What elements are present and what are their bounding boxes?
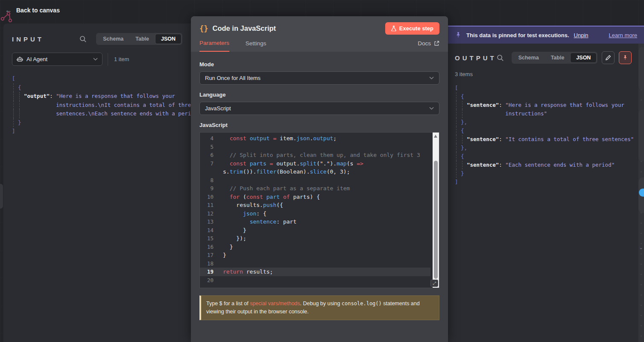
node-title: Code in JavaScript	[212, 24, 381, 32]
code-line[interactable]: 12 json: {	[200, 209, 430, 218]
token: push	[263, 202, 276, 208]
output-toggle-schema[interactable]: Schema	[512, 53, 545, 63]
token: "sentence"	[467, 135, 499, 144]
scroll-up-arrow-icon[interactable]	[434, 135, 437, 138]
output-toggle-json[interactable]: JSON	[570, 53, 597, 63]
input-toggle-schema[interactable]: Schema	[97, 34, 129, 44]
input-toggle-json[interactable]: JSON	[155, 34, 181, 44]
line-number: 12	[200, 209, 214, 218]
pushpin-icon	[455, 32, 462, 38]
indent-guide	[455, 135, 461, 144]
editor-scrollbar[interactable]	[433, 133, 439, 288]
token: }	[18, 118, 21, 127]
input-search-icon[interactable]	[79, 35, 87, 43]
code-line[interactable]: 15 });	[200, 234, 430, 243]
expand-editor-button[interactable]: ⤢	[430, 280, 438, 287]
code-text	[214, 143, 430, 151]
indent-guide	[455, 109, 461, 118]
code-line[interactable]: 8	[200, 176, 430, 185]
pinned-data-banner: This data is pinned for test executions.…	[448, 26, 644, 44]
code-node-icon: {}	[199, 24, 208, 33]
token	[467, 109, 505, 118]
token: s.	[223, 168, 230, 175]
code-editor[interactable]: 4 const output = item.json.output;56 // …	[199, 132, 439, 288]
code-line[interactable]: 17}	[200, 251, 430, 259]
code-text: return results;	[214, 268, 430, 276]
code-line[interactable]: 19return results;	[200, 268, 430, 276]
language-select-value: JavaScript	[205, 105, 429, 112]
code-text: sentence: part	[214, 218, 430, 226]
chevron-down-icon	[429, 77, 434, 80]
output-json-view[interactable]: [{"sentence": "Here is a response that f…	[455, 84, 632, 186]
line-number: 6	[200, 151, 214, 159]
output-search-icon[interactable]	[497, 54, 504, 62]
chevron-down-icon: ⌄	[639, 245, 643, 251]
token: },	[461, 118, 467, 127]
code-line[interactable]: 4 const output = item.json.output;	[200, 134, 430, 143]
code-line[interactable]: 16 }	[200, 243, 430, 251]
code-line[interactable]: 14 }	[200, 226, 430, 235]
token: "It contains a total of three sentences"	[505, 135, 634, 144]
code-lines: 4 const output = item.json.output;56 // …	[200, 133, 439, 284]
line-number: 17	[200, 251, 214, 259]
json-line: },	[455, 118, 632, 127]
token	[246, 135, 250, 142]
learn-more-link[interactable]: Learn more	[609, 32, 637, 38]
code-line[interactable]: 5	[200, 143, 430, 151]
tab-parameters[interactable]: Parameters	[199, 40, 229, 52]
scrollbar-thumb[interactable]	[434, 161, 438, 279]
code-line[interactable]: s.trim()).filter(Boolean).slice(0, 3);	[200, 168, 430, 176]
line-number: 10	[200, 193, 214, 201]
token: });	[223, 235, 246, 242]
left-panel-handle[interactable]	[0, 184, 3, 209]
token: const	[230, 160, 246, 167]
edit-output-button[interactable]	[602, 51, 615, 64]
special-vars-link[interactable]: special vars/methods	[250, 301, 300, 307]
node-detail-panel: {} Code in JavaScript Execute step Param…	[191, 16, 448, 342]
json-line: ]	[12, 127, 182, 136]
code-line[interactable]: 11 results.push({	[200, 201, 430, 209]
token: item.	[276, 135, 296, 142]
line-number: 4	[200, 134, 214, 143]
execute-step-button[interactable]: Execute step	[385, 22, 439, 35]
back-arrow-icon: ←	[5, 7, 12, 14]
hint-text-mid: . Debug by using	[300, 301, 342, 307]
input-source-select[interactable]: AI Agent	[12, 53, 102, 66]
json-line: "sentence": "Each sentence ends with a p…	[455, 161, 632, 169]
json-line: "sentence": "It contains a total of thre…	[455, 135, 632, 144]
line-number: 8	[200, 176, 214, 185]
editor-field-label: JavaScript	[199, 122, 439, 128]
code-line[interactable]: 20	[200, 276, 430, 285]
unpin-link[interactable]: Unpin	[574, 32, 588, 38]
mode-select[interactable]: Run Once for All Items	[199, 71, 439, 85]
code-line[interactable]: 9 // Push each part as a separate item	[200, 184, 430, 193]
code-line[interactable]: 13 sentence: part	[200, 218, 430, 226]
code-text	[214, 259, 430, 268]
pin-data-button[interactable]	[619, 51, 632, 64]
code-line[interactable]: 7 const parts = output.split(".").map(s …	[200, 159, 430, 168]
code-line[interactable]: 18	[200, 259, 430, 268]
json-line: {	[12, 83, 182, 92]
output-toggle-table[interactable]: Table	[545, 53, 571, 63]
input-toggle-table[interactable]: Table	[129, 34, 155, 44]
indent-guide	[455, 118, 461, 127]
code-line[interactable]: 6 // Split into parts, clean them up, an…	[200, 151, 430, 159]
json-line: [	[12, 74, 182, 83]
code-text: }	[214, 251, 430, 259]
tab-settings[interactable]: Settings	[246, 40, 266, 51]
code-line[interactable]: 10 for (const part of parts) {	[200, 193, 430, 201]
token: output	[313, 135, 333, 142]
back-to-canvas-button[interactable]: ← Back to canvas	[5, 7, 60, 14]
json-line: instructions.\nIt contains a total of th…	[12, 101, 182, 110]
token: part	[266, 194, 280, 200]
code-text: // Push each part as a separate item	[214, 184, 430, 193]
node-parameters: Mode Run Once for All Items Language Jav…	[191, 52, 448, 327]
token	[24, 101, 56, 110]
token: [	[12, 74, 15, 83]
token: sentences.\nEach sentence ends with a pe…	[56, 109, 204, 118]
docs-link[interactable]: Docs	[418, 40, 439, 51]
input-json-view[interactable]: [{"output": "Here is a response that fol…	[12, 74, 182, 136]
token: "sentence"	[467, 161, 499, 169]
language-select[interactable]: JavaScript	[199, 102, 439, 115]
token: instructions"	[505, 109, 547, 118]
